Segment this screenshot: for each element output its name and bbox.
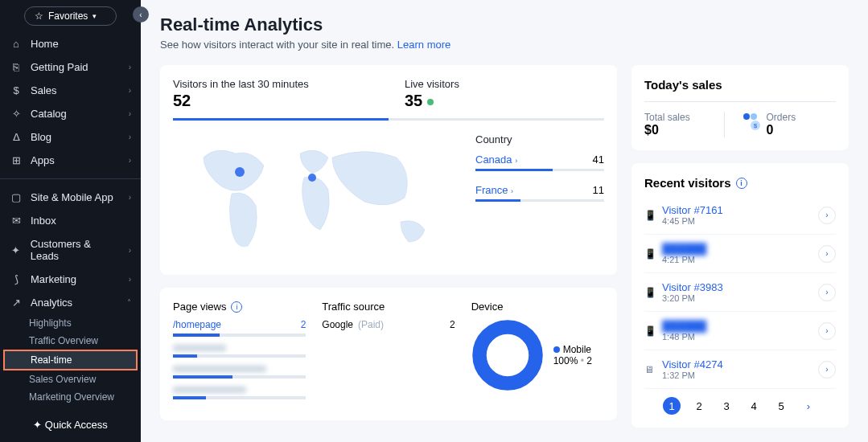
visitor-arrow-button[interactable]: › [818, 245, 836, 263]
visitor-name[interactable]: ██████ [662, 243, 818, 255]
total-sales-label: Total sales [644, 112, 714, 123]
favorites-label: Favorites [48, 10, 88, 22]
traffic-source-section: Traffic source Google(Paid)2 [322, 301, 455, 407]
visitor-arrow-button[interactable]: › [818, 207, 836, 224]
sub-nav-item[interactable]: Marketing Overview [0, 388, 141, 406]
recent-visitors-title: Recent visitors [644, 176, 731, 190]
device-section: Device Mobile 100% • 2 [471, 301, 604, 407]
quick-access-button[interactable]: ✦ Quick Access [0, 407, 141, 442]
mobile-icon: 📱 [644, 287, 656, 298]
sidebar: ☆ Favorites ▾ ‹ ⌂Home⎘Getting Paid›$Sale… [0, 0, 141, 442]
world-map[interactable] [173, 133, 459, 262]
visitor-name[interactable]: Visitor #3983 [662, 281, 818, 293]
sales-title: Today's sales [644, 78, 836, 92]
nav-item[interactable]: ✦Customers & Leads› [0, 232, 141, 268]
nav-icon: ✧ [10, 108, 23, 120]
page-view-name[interactable]: /homepage [173, 319, 221, 330]
sub-nav-item[interactable]: Highlights [0, 314, 141, 332]
sub-nav-item[interactable]: Traffic Overview [0, 332, 141, 350]
nav-item[interactable]: ⎘Getting Paid› [0, 55, 141, 79]
visitor-arrow-button[interactable]: › [818, 361, 836, 379]
total-sales-value: $0 [644, 123, 714, 137]
visitor-name[interactable]: ██████ [662, 320, 818, 332]
chevron-right-icon: › [129, 109, 131, 118]
country-row[interactable]: France ›11 [475, 184, 604, 202]
svg-point-2 [743, 113, 750, 120]
sales-card: Today's sales Total sales $0 $ Orders 0 [631, 65, 849, 150]
page-button[interactable]: 3 [718, 397, 735, 415]
page-button[interactable]: 2 [690, 397, 708, 415]
nav-item[interactable]: ▢Site & Mobile App› [0, 186, 141, 209]
chevron-down-icon: ▾ [93, 12, 97, 20]
visitor-row: 📱██████1:48 PM› [644, 312, 836, 350]
svg-point-3 [751, 113, 757, 120]
recent-visitors-card: Recent visitorsi 📱Visitor #71614:45 PM›📱… [631, 163, 849, 428]
visitor-row: 🖥Visitor #42741:32 PM› [644, 350, 836, 389]
visitors-card: Visitors in the last 30 minutes 52 Live … [160, 65, 617, 275]
world-map-svg [187, 133, 445, 262]
visitor-time: 4:45 PM [662, 216, 818, 226]
visitor-row: 📱██████4:21 PM› [644, 235, 836, 273]
bottom-card: Page viewsi /homepage2 Traffic source Go… [160, 288, 617, 420]
visitor-time: 4:21 PM [662, 255, 818, 264]
orders-label: Orders [767, 112, 837, 123]
nav-item[interactable]: ✧Catalog› [0, 102, 141, 125]
page-button[interactable]: 1 [663, 397, 681, 415]
nav-icon: ⎘ [10, 61, 23, 73]
country-label: Country [475, 133, 604, 145]
sub-nav-item[interactable]: Sales Overview [0, 370, 141, 388]
nav-icon: ⟆ [10, 273, 23, 285]
chevron-right-icon: › [129, 86, 131, 95]
live-visitors-value: 35 [405, 92, 604, 110]
nav-icon: ᐃ [10, 131, 23, 143]
live-dot-icon [427, 99, 434, 105]
visitor-time: 1:32 PM [662, 370, 818, 380]
nav-item[interactable]: $Sales› [0, 79, 141, 102]
chevron-right-icon: › [129, 275, 131, 284]
map-dot-canada [235, 167, 245, 177]
page-views-section: Page viewsi /homepage2 [173, 301, 306, 407]
nav-item[interactable]: ↗Analytics˄ [0, 291, 141, 314]
page-view-value: 2 [301, 319, 306, 330]
visitor-name[interactable]: Visitor #7161 [662, 204, 818, 216]
svg-point-1 [489, 338, 525, 374]
nav-item[interactable]: ⟆Marketing› [0, 268, 141, 291]
favorites-button[interactable]: ☆ Favorites ▾ [24, 6, 117, 26]
visitor-row: 📱Visitor #39833:20 PM› [644, 273, 836, 312]
chevron-right-icon: › [129, 63, 131, 72]
sub-nav-item[interactable]: Real-time [3, 350, 138, 370]
nav-icon: ⌂ [10, 38, 23, 50]
quick-access-label: Quick Access [45, 419, 108, 431]
collapse-sidebar-button[interactable]: ‹ [133, 6, 149, 23]
visitor-name[interactable]: Visitor #4274 [662, 358, 818, 370]
nav-items: ⌂Home⎘Getting Paid›$Sales›✧Catalog›ᐃBlog… [0, 32, 141, 407]
traffic-source-name: Google [322, 319, 353, 330]
visitors-30min-label: Visitors in the last 30 minutes [173, 78, 372, 90]
nav-item[interactable]: ⌂Home [0, 32, 141, 55]
visitors-30min-value: 52 [173, 92, 372, 110]
country-row[interactable]: Canada ›41 [475, 153, 604, 171]
page-button[interactable]: 4 [745, 397, 763, 415]
nav-item[interactable]: ⊞Apps› [0, 149, 141, 172]
legend-dot-icon [553, 346, 560, 353]
chevron-right-icon: › [129, 193, 131, 202]
visitor-arrow-button[interactable]: › [818, 322, 836, 340]
info-icon[interactable]: i [231, 301, 242, 313]
next-page-button[interactable]: › [800, 397, 817, 415]
nav-item[interactable]: ✉Inbox [0, 209, 141, 232]
visitor-arrow-button[interactable]: › [818, 284, 836, 301]
nav-icon: ↗ [10, 297, 23, 309]
nav-icon: $ [10, 84, 23, 96]
info-icon[interactable]: i [736, 178, 747, 189]
nav-icon: ▢ [10, 191, 23, 203]
nav-icon: ⊞ [10, 154, 23, 166]
visitor-row: 📱Visitor #71614:45 PM› [644, 196, 836, 235]
learn-more-link[interactable]: Learn more [397, 39, 450, 51]
page-button[interactable]: 5 [772, 397, 790, 415]
nav-item[interactable]: ᐃBlog› [0, 125, 141, 149]
main-content: Real-time Analytics See how visitors int… [141, 0, 868, 442]
visitor-time: 3:20 PM [662, 293, 818, 303]
sales-icon: $ [734, 112, 767, 135]
chevron-right-icon: › [129, 246, 131, 255]
sparkle-icon: ✦ [33, 419, 42, 431]
